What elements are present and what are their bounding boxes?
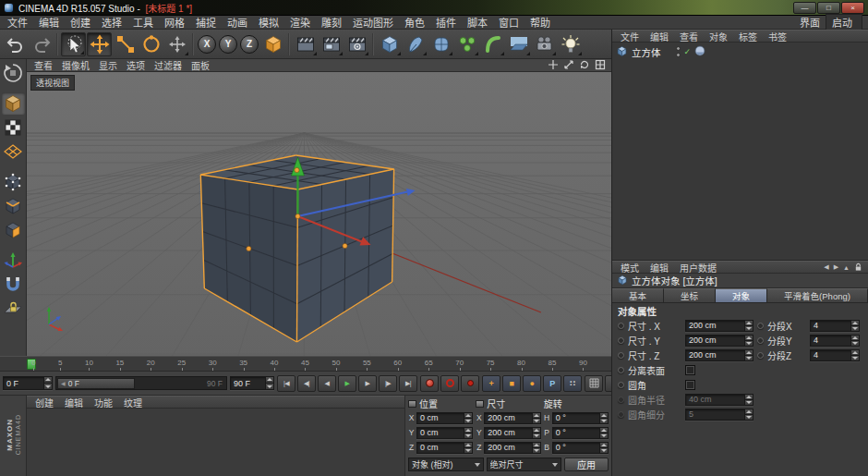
goto-end-button[interactable]: ▶| <box>399 375 417 392</box>
points-mode-button[interactable] <box>2 171 25 193</box>
floor-environment-button[interactable] <box>506 32 531 56</box>
size-x-field[interactable]: 200 cm <box>484 412 540 424</box>
next-key-button[interactable]: |▶ <box>379 375 397 392</box>
anim-dot[interactable] <box>618 337 624 344</box>
main-menu-10[interactable]: 雕刻 <box>316 15 347 30</box>
light-button[interactable] <box>558 32 583 56</box>
camera-button[interactable] <box>532 32 557 56</box>
main-menu-4[interactable]: 工具 <box>127 15 159 30</box>
play-button[interactable]: ▶ <box>338 375 356 392</box>
segments-z-field[interactable]: 4 <box>810 349 860 361</box>
anim-dot[interactable] <box>618 367 624 373</box>
live-selection-tool-button[interactable] <box>61 32 86 56</box>
phong-tag-icon[interactable] <box>694 45 705 58</box>
position-z-field[interactable]: 0 cm <box>416 442 473 454</box>
anim-dot[interactable] <box>618 323 624 329</box>
rotate-tool-button[interactable] <box>139 32 163 56</box>
texture-mode-button[interactable] <box>2 116 25 139</box>
maximize-button[interactable]: □ <box>817 2 840 14</box>
maximize-view-icon[interactable] <box>595 59 606 72</box>
tab-basic[interactable]: 基本 <box>612 288 664 302</box>
material-menu-0[interactable]: 创建 <box>30 396 59 409</box>
make-editable-button[interactable] <box>2 62 25 84</box>
next-frame-button[interactable]: ▶ <box>358 375 377 392</box>
move-tool-button[interactable] <box>87 32 112 56</box>
bend-deformer-button[interactable] <box>480 32 505 56</box>
cube-size-z-field[interactable]: 200 cm <box>685 349 753 361</box>
recent-tool-button[interactable] <box>164 32 189 56</box>
tab-coordinates[interactable]: 坐标 <box>664 288 716 302</box>
key-rotation-toggle[interactable]: ● <box>523 375 541 392</box>
size-y-field[interactable]: 200 cm <box>484 427 540 439</box>
viewport-menu-4[interactable]: 过滤器 <box>150 58 187 72</box>
goto-start-button[interactable]: |◀ <box>277 375 295 392</box>
separate-surfaces-checkbox[interactable] <box>685 365 695 375</box>
om-menu-2[interactable]: 查看 <box>674 30 704 43</box>
om-menu-3[interactable]: 对象 <box>704 30 733 43</box>
viewport-menu-0[interactable]: 查看 <box>30 58 57 72</box>
segments-x-field[interactable]: 4 <box>810 320 860 332</box>
main-menu-9[interactable]: 渲染 <box>284 15 316 30</box>
key-parameter-toggle[interactable]: P <box>543 375 561 392</box>
y-axis-lock-button[interactable]: Y <box>219 35 237 54</box>
minimize-button[interactable]: — <box>793 2 816 14</box>
primitive-cube-button[interactable] <box>377 32 402 56</box>
main-menu-13[interactable]: 插件 <box>430 15 462 30</box>
polygons-mode-button[interactable] <box>2 219 25 241</box>
am-menu-1[interactable]: 编辑 <box>645 261 674 275</box>
rotate-view-icon[interactable] <box>579 59 590 72</box>
main-menu-11[interactable]: 运动图形 <box>347 15 399 30</box>
main-menu-3[interactable]: 选择 <box>96 15 127 30</box>
frame-stepper-icon[interactable] <box>265 377 273 389</box>
viewport-menu-1[interactable]: 摄像机 <box>57 58 94 72</box>
om-menu-0[interactable]: 文件 <box>615 30 645 43</box>
om-menu-4[interactable]: 标签 <box>733 30 763 43</box>
enable-check-icon[interactable]: ✓ <box>684 47 692 56</box>
main-menu-0[interactable]: 文件 <box>2 15 33 30</box>
main-menu-5[interactable]: 网格 <box>159 15 190 30</box>
current-frame-field[interactable]: 0 F <box>3 376 53 390</box>
tab-object[interactable]: 对象 <box>716 288 767 302</box>
snap-button[interactable] <box>2 274 25 296</box>
scale-tool-button[interactable] <box>113 32 138 56</box>
main-menu-8[interactable]: 模拟 <box>253 15 284 30</box>
material-menu-2[interactable]: 功能 <box>89 396 118 409</box>
locked-workplane-button[interactable] <box>2 298 25 320</box>
parent-object-icon[interactable]: ▲ <box>843 264 850 271</box>
pan-view-icon[interactable] <box>548 59 559 72</box>
coordinate-system-button[interactable] <box>260 32 285 56</box>
material-menu-1[interactable]: 编辑 <box>59 396 89 409</box>
object-name[interactable]: 立方体 <box>632 45 661 59</box>
key-pla-toggle[interactable]: ∷ <box>563 375 582 392</box>
close-button[interactable]: × <box>841 2 864 14</box>
autokey-button[interactable] <box>440 375 459 392</box>
apply-button[interactable]: 应用 <box>564 458 609 471</box>
rotation-column-header[interactable]: 旋转 <box>544 397 609 409</box>
main-menu-6[interactable]: 捕捉 <box>190 15 222 30</box>
zoom-view-icon[interactable] <box>563 59 574 72</box>
history-back-icon[interactable]: ◀ <box>824 263 828 271</box>
coord-mode-dropdown[interactable]: 对象 (相对) <box>408 458 484 471</box>
main-menu-14[interactable]: 脚本 <box>462 15 493 30</box>
viewport-canvas[interactable]: 透视视图 <box>27 72 611 356</box>
workplane-mode-button[interactable] <box>2 140 25 163</box>
prev-frame-button[interactable]: ◀ <box>318 375 336 392</box>
main-menu-16[interactable]: 帮助 <box>524 15 556 30</box>
material-menu-3[interactable]: 纹理 <box>118 396 148 409</box>
record-button[interactable] <box>420 375 439 392</box>
position-column-header[interactable]: 位置 <box>408 397 473 409</box>
anim-dot[interactable] <box>757 337 764 344</box>
main-menu-12[interactable]: 角色 <box>399 15 430 30</box>
object-list[interactable]: 立方体 ✓ <box>612 43 868 260</box>
rotation-h-field[interactable]: 0 ° <box>552 412 609 424</box>
frame-stepper-icon[interactable] <box>43 377 52 389</box>
viewport-menu-2[interactable]: 显示 <box>94 58 122 72</box>
render-to-picture-viewer-button[interactable] <box>319 32 344 56</box>
history-forward-icon[interactable]: ▶ <box>834 263 838 271</box>
redo-button[interactable] <box>29 32 54 56</box>
am-menu-2[interactable]: 用户数据 <box>674 261 722 275</box>
end-frame-field[interactable]: 90 F <box>230 376 274 390</box>
main-menu-1[interactable]: 编辑 <box>33 15 65 30</box>
x-axis-lock-button[interactable]: X <box>198 35 216 54</box>
material-list-area[interactable] <box>27 409 404 476</box>
